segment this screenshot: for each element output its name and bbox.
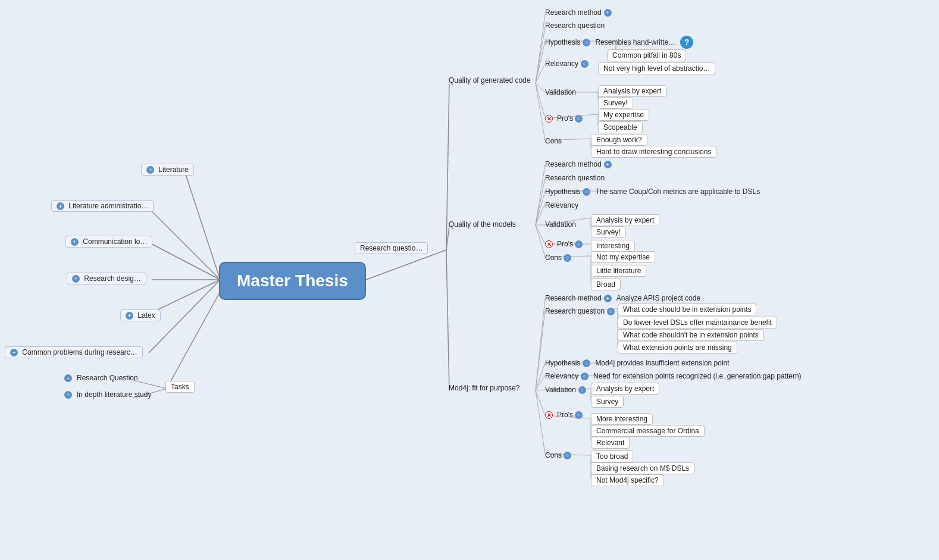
- common-problems-node[interactable]: + Common problems during researc…: [5, 346, 143, 358]
- cons-models-expand[interactable]: ○: [564, 254, 571, 262]
- svg-line-7: [133, 380, 167, 389]
- latex-node[interactable]: + Latex: [120, 309, 161, 321]
- hyp-mod4j-expand[interactable]: ○: [583, 359, 590, 367]
- pros-mod4j-expand[interactable]: ○: [575, 411, 583, 419]
- research-question-task-node[interactable]: + Research Question: [64, 374, 138, 382]
- validation-mod4j-node: Validation ○: [545, 386, 589, 394]
- rq-label: Research questio…: [360, 244, 422, 252]
- pros-mod4j-x[interactable]: ✕: [545, 411, 553, 419]
- not-myexp-node: Not my expertise: [591, 251, 655, 263]
- common-problems-label: Common problems during researc…: [22, 348, 137, 356]
- svg-line-6: [167, 292, 220, 389]
- svg-line-12: [446, 250, 449, 390]
- too-broad-node: Too broad: [591, 450, 633, 462]
- research-question-node[interactable]: Research questio…: [355, 242, 428, 254]
- research-design-node[interactable]: + Research desig…: [67, 273, 146, 284]
- rq-mod4j-node: Research question ○: [545, 307, 617, 315]
- svg-line-11: [446, 226, 449, 250]
- interesting-node: Interesting: [591, 240, 635, 252]
- svg-line-53: [536, 376, 545, 390]
- hyp-gen-expand[interactable]: ○: [583, 39, 590, 46]
- survey-gen-node: Survey!: [598, 97, 633, 109]
- literature-label: Literature: [158, 165, 189, 174]
- svg-line-30: [536, 165, 545, 225]
- survey-gen-label: Survey!: [603, 99, 628, 107]
- rq-task-expand[interactable]: +: [64, 374, 72, 382]
- rm-gen-expand[interactable]: +: [604, 9, 612, 17]
- hyp-models-node: Hypothesis ○ The same Coup/Coh metrics a…: [545, 187, 760, 196]
- pros-gen-x[interactable]: ✕: [545, 115, 553, 123]
- rm-gen-label: Research method: [545, 8, 602, 17]
- common-problems-expand[interactable]: +: [10, 349, 18, 356]
- rq-mod4j-expand[interactable]: ○: [607, 308, 615, 315]
- in-depth-label: In depth literature study: [77, 390, 151, 399]
- relevancy-models-node: Relevancy: [545, 201, 578, 209]
- code-ext1-node: What code should be in extension points: [618, 304, 756, 315]
- relevancy-gen-expand[interactable]: ○: [581, 60, 589, 68]
- validation-mod4j-expand[interactable]: ○: [578, 386, 586, 394]
- research-design-label: Research desig…: [84, 274, 140, 283]
- svg-line-31: [536, 179, 545, 225]
- svg-line-1: [149, 208, 220, 280]
- quality-models-label: Quality of the models: [449, 220, 516, 229]
- latex-expand[interactable]: +: [126, 312, 133, 320]
- lit-admin-expand[interactable]: +: [57, 202, 64, 210]
- rq-models-node: Research question: [545, 174, 605, 182]
- literature-expand[interactable]: +: [146, 166, 154, 174]
- svg-line-15: [536, 41, 545, 83]
- pitfall-node: Common pitfall in 80s: [607, 49, 686, 61]
- more-interesting-node: More interesting: [591, 413, 653, 425]
- code-ext4-node: What extension points are missing: [618, 342, 737, 353]
- research-design-expand[interactable]: +: [72, 275, 80, 283]
- pros-gen-expand[interactable]: ○: [575, 115, 583, 123]
- svg-line-55: [536, 390, 545, 390]
- svg-line-20: [536, 83, 545, 92]
- comm-log-node[interactable]: + Communication lo…: [65, 236, 152, 248]
- little-lit-node: Little literature: [591, 265, 646, 277]
- svg-line-38: [536, 225, 545, 244]
- rm-models-node[interactable]: Research method +: [545, 160, 614, 168]
- rm-mod4j-expand[interactable]: +: [604, 295, 612, 302]
- svg-line-51: [536, 363, 545, 390]
- rq-gen-label: Research question: [545, 21, 605, 30]
- myexp-gen-node: My expertise: [598, 109, 649, 121]
- cons-mod4j-node: Cons ○: [545, 451, 574, 459]
- analysis-gen-label: Analysis by expert: [603, 87, 661, 95]
- quality-generated-label: Quality of generated code: [449, 76, 530, 85]
- commercial-node: Commercial message for Ordina: [591, 425, 705, 437]
- pros-models-x[interactable]: ✕: [545, 240, 553, 248]
- scopeable-node: Scopeable: [598, 121, 643, 133]
- pros-models-expand[interactable]: ○: [575, 240, 583, 248]
- latex-label: Latex: [137, 311, 155, 320]
- svg-line-40: [536, 225, 545, 257]
- rm-models-expand[interactable]: +: [604, 161, 612, 168]
- comm-log-expand[interactable]: +: [71, 238, 79, 246]
- rm-gen-node[interactable]: Research method +: [545, 8, 614, 17]
- hyp-models-expand[interactable]: ○: [583, 188, 590, 196]
- cons-mod4j-expand[interactable]: ○: [564, 452, 571, 459]
- central-node: Master Thesis: [219, 262, 366, 300]
- tasks-node[interactable]: Tasks: [165, 381, 195, 393]
- svg-line-44: [536, 299, 545, 390]
- analysis-mod4j-node: Analysis by expert: [591, 383, 659, 395]
- rq-gen-node: Research question: [545, 21, 605, 30]
- not-mod4j-node: Not Mod4j specific?: [591, 474, 664, 486]
- lit-admin-node[interactable]: + Literature administratio…: [51, 200, 154, 212]
- svg-line-2: [152, 244, 220, 280]
- svg-line-0: [184, 171, 220, 280]
- analysis-gen-node: Analysis by expert: [598, 85, 666, 97]
- cons-gen-node: Cons: [545, 137, 562, 145]
- literature-node[interactable]: + Literature: [141, 164, 194, 176]
- abstraction-node: Not very high level of abstractio…: [598, 62, 715, 74]
- in-depth-node[interactable]: + In depth literature study: [64, 390, 151, 399]
- validation-models-node: Validation: [545, 220, 576, 229]
- enough-work-node: Enough work?: [591, 134, 647, 146]
- relevancy-mod4j-expand[interactable]: ○: [581, 373, 589, 380]
- svg-line-27: [536, 83, 545, 140]
- cons-models-node: Cons ○: [545, 254, 574, 262]
- survey-mod4j-node: Survey: [591, 396, 624, 408]
- central-label: Master Thesis: [219, 262, 366, 300]
- in-depth-expand[interactable]: +: [64, 391, 72, 399]
- pitfall-label: Common pitfall in 80s: [612, 51, 681, 60]
- rm-mod4j-node[interactable]: Research method + Analyze APIS project c…: [545, 294, 700, 302]
